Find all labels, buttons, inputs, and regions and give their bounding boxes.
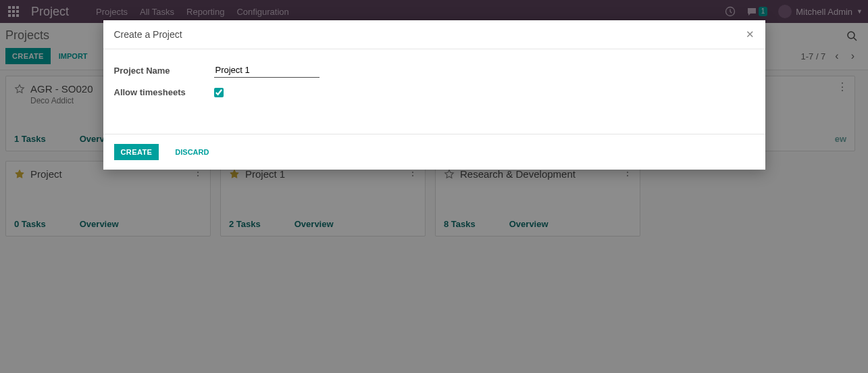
- allow-timesheets-label: Allow timesheets: [114, 87, 214, 97]
- close-icon[interactable]: ✕: [746, 28, 755, 41]
- modal-discard-button[interactable]: DISCARD: [175, 148, 209, 156]
- modal-create-button[interactable]: CREATE: [114, 144, 159, 160]
- create-project-modal: Create a Project ✕ Project Name Allow ti…: [103, 20, 765, 170]
- project-name-label: Project Name: [114, 66, 214, 76]
- project-name-input[interactable]: [214, 63, 320, 78]
- allow-timesheets-checkbox[interactable]: [214, 88, 224, 97]
- modal-title: Create a Project: [114, 29, 182, 40]
